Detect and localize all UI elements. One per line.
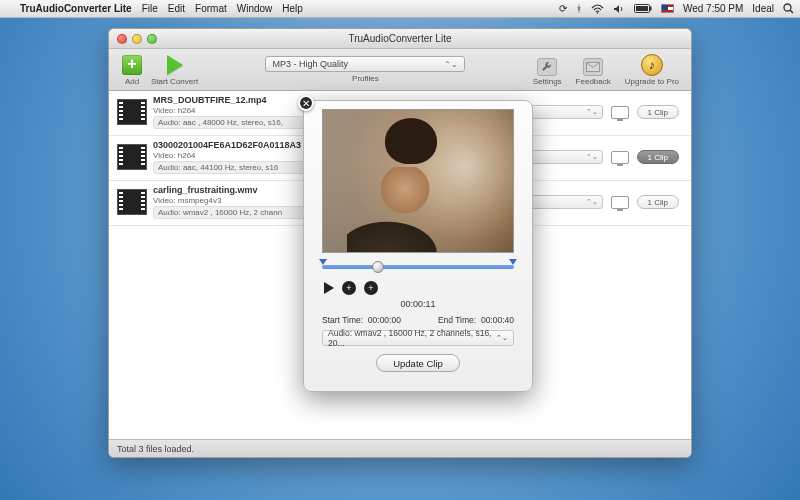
feedback-button[interactable]: Feedback — [572, 58, 615, 86]
chevron-updown-icon: ⌃⌄ — [586, 198, 598, 206]
update-clip-button[interactable]: Update Clip — [376, 354, 460, 372]
wrench-icon — [537, 58, 557, 76]
add-label: Add — [125, 77, 139, 86]
menubar-clock[interactable]: Wed 7:50 PM — [683, 3, 743, 14]
settings-button[interactable]: Settings — [529, 58, 566, 86]
file-audio-info[interactable]: Audio: wmav2 , 16000 Hz, 2 chann — [153, 206, 313, 219]
svg-point-0 — [597, 12, 599, 14]
chevron-updown-icon: ⌃⌄ — [586, 153, 598, 161]
svg-rect-2 — [650, 7, 652, 11]
clip-editor-popup: ✕ + + 00:00:11 Start Time: 00:00:00 End … — [303, 100, 533, 392]
menu-edit[interactable]: Edit — [168, 3, 185, 14]
battery-icon[interactable] — [634, 4, 652, 13]
window-close-button[interactable] — [117, 34, 127, 44]
popup-close-button[interactable]: ✕ — [298, 95, 314, 111]
wifi-icon[interactable] — [591, 4, 604, 14]
profile-selected-value: MP3 - High Quality — [272, 59, 348, 69]
start-convert-button[interactable]: Start Convert — [147, 54, 202, 86]
bluetooth-icon[interactable]: ᚼ — [576, 3, 582, 14]
chevron-updown-icon: ⌃⌄ — [444, 60, 458, 69]
trim-end-handle[interactable] — [509, 259, 517, 265]
file-audio-info[interactable]: Audio: aac, 44100 Hz, stereo, s16 — [153, 161, 313, 174]
menu-help[interactable]: Help — [282, 3, 303, 14]
set-end-button[interactable]: + — [364, 281, 378, 295]
file-audio-info[interactable]: Audio: aac , 48000 Hz, stereo, s16, — [153, 116, 313, 129]
menubar-app-name[interactable]: TruAudioConverter Lite — [20, 3, 132, 14]
file-video-info: Video: msmpeg4v3 — [153, 196, 313, 205]
chevron-updown-icon: ⌃⌄ — [586, 108, 598, 116]
window-titlebar[interactable]: TruAudioConverter Lite — [109, 29, 691, 49]
file-name: carling_frustraiting.wmv — [153, 185, 313, 195]
video-preview[interactable] — [322, 109, 514, 253]
playhead-knob[interactable] — [372, 261, 384, 273]
clip-count-button[interactable]: 1 Clip — [637, 150, 679, 164]
chevron-updown-icon: ⌃⌄ — [496, 334, 508, 342]
window-minimize-button[interactable] — [132, 34, 142, 44]
file-video-info: Video: h264 — [153, 106, 313, 115]
sync-icon[interactable]: ⟳ — [559, 3, 567, 14]
svg-rect-3 — [636, 6, 648, 11]
monitor-icon[interactable] — [611, 196, 629, 209]
menu-file[interactable]: File — [142, 3, 158, 14]
file-video-info: Video: h264 — [153, 151, 313, 160]
clip-count-button[interactable]: 1 Clip — [637, 105, 679, 119]
envelope-icon — [583, 58, 603, 76]
profile-select[interactable]: MP3 - High Quality ⌃⌄ — [265, 56, 465, 72]
play-button[interactable] — [324, 282, 334, 294]
start-time-field[interactable]: Start Time: 00:00:00 — [322, 315, 401, 325]
file-name: 03000201004FE6A1D62F0A0118A3 — [153, 140, 313, 150]
toolbar: + Add Start Convert MP3 - High Quality ⌃… — [109, 49, 691, 91]
volume-icon[interactable] — [613, 4, 625, 14]
input-source-icon[interactable] — [661, 4, 674, 13]
trim-start-handle[interactable] — [319, 259, 327, 265]
file-name: MRS_DOUBTFIRE_12.mp4 — [153, 95, 313, 105]
monitor-icon[interactable] — [611, 106, 629, 119]
menubar-user[interactable]: Ideal — [752, 3, 774, 14]
spotlight-icon[interactable] — [783, 3, 794, 14]
profiles-label: Profiles — [352, 74, 379, 83]
window-title: TruAudioConverter Lite — [109, 33, 691, 44]
current-time: 00:00:11 — [400, 299, 435, 309]
film-icon — [117, 144, 147, 170]
film-icon — [117, 99, 147, 125]
film-icon — [117, 189, 147, 215]
plus-icon: + — [122, 55, 142, 75]
window-zoom-button[interactable] — [147, 34, 157, 44]
start-convert-label: Start Convert — [151, 77, 198, 86]
menu-window[interactable]: Window — [237, 3, 273, 14]
play-icon — [167, 55, 183, 75]
add-button[interactable]: + Add — [117, 54, 147, 86]
svg-line-5 — [790, 10, 793, 13]
svg-point-4 — [784, 4, 791, 11]
system-menubar: TruAudioConverter Lite File Edit Format … — [0, 0, 800, 18]
clip-count-button[interactable]: 1 Clip — [637, 195, 679, 209]
status-text: Total 3 files loaded. — [117, 444, 194, 454]
trim-slider[interactable] — [322, 259, 514, 275]
set-start-button[interactable]: + — [342, 281, 356, 295]
menu-format[interactable]: Format — [195, 3, 227, 14]
monitor-icon[interactable] — [611, 151, 629, 164]
upgrade-icon: ♪ — [641, 54, 663, 76]
audio-track-select[interactable]: Audio: wmav2 , 16000 Hz, 2 channels, s16… — [322, 330, 514, 346]
end-time-field[interactable]: End Time: 00:00:40 — [438, 315, 514, 325]
upgrade-button[interactable]: ♪ Upgrade to Pro — [621, 54, 683, 86]
status-bar: Total 3 files loaded. — [109, 439, 691, 457]
